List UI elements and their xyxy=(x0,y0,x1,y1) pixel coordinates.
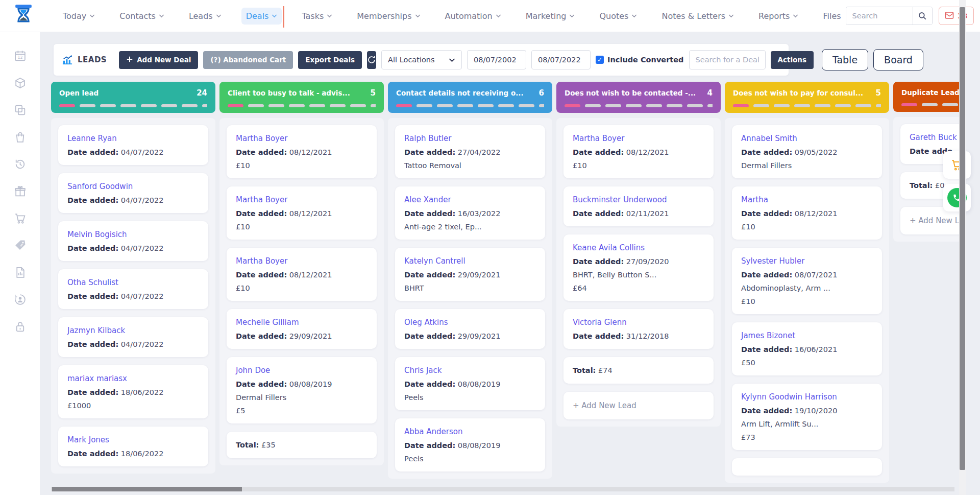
cart-icon[interactable] xyxy=(13,211,27,225)
lead-name-link[interactable]: Leanne Ryan xyxy=(67,134,199,143)
calendar-icon[interactable]: 12 xyxy=(13,49,27,62)
lead-card[interactable]: Sanford GoodwinDate added: 04/07/2022 xyxy=(58,173,208,213)
nav-item-today[interactable]: Today xyxy=(58,8,100,25)
nav-item-quotes[interactable]: Quotes xyxy=(595,8,642,25)
report-icon[interactable] xyxy=(13,266,27,279)
lock-icon[interactable] xyxy=(13,320,27,333)
lead-name-link[interactable]: Annabel Smith xyxy=(741,134,873,143)
lead-card[interactable]: Otha SchulistDate added: 04/07/2022 xyxy=(58,269,208,309)
lead-name-link[interactable]: Otha Schulist xyxy=(67,278,199,287)
user-sync-icon[interactable] xyxy=(13,293,27,306)
lead-name-link[interactable]: James Bizonet xyxy=(741,331,873,340)
export-deals-button[interactable]: Export Deals xyxy=(298,51,362,69)
column-header[interactable]: Does not wish to pay for consul...5 xyxy=(725,82,889,113)
lead-name-link[interactable]: John Doe xyxy=(236,366,368,375)
add-new-lead-button[interactable]: + Add New Lead xyxy=(564,392,714,419)
deal-search-input[interactable] xyxy=(689,50,766,69)
lead-card[interactable]: Kylynn Goodwin HarrisonDate added: 19/10… xyxy=(732,384,882,450)
lead-card[interactable]: John DoeDate added: 08/08/2019Dermal Fil… xyxy=(227,357,377,423)
lead-card[interactable]: Martha BoyerDate added: 08/12/2021£10 xyxy=(227,186,377,240)
lead-name-link[interactable]: Mark Jones xyxy=(67,435,199,444)
nav-item-leads[interactable]: Leads xyxy=(184,8,226,25)
nav-item-memberships[interactable]: Memberships xyxy=(352,8,425,25)
lead-name-link[interactable]: Martha Boyer xyxy=(236,256,368,266)
copy-icon[interactable] xyxy=(13,103,27,116)
location-select[interactable]: All Locations xyxy=(381,50,462,69)
lead-name-link[interactable]: Alee Xander xyxy=(404,195,536,204)
nav-item-notes-letters[interactable]: Notes & Letters xyxy=(657,8,739,25)
column-header[interactable]: Client too busy to talk - advis...5 xyxy=(219,82,384,113)
lead-card[interactable]: Sylvester HublerDate added: 08/07/2021Ab… xyxy=(732,248,882,314)
mail-badge-button[interactable]: 13 xyxy=(939,7,974,25)
lead-card[interactable]: Buckminster UnderwoodDate added: 02/11/2… xyxy=(564,186,714,226)
lead-card[interactable]: Keane Avila CollinsDate added: 27/09/202… xyxy=(564,234,714,301)
lead-card[interactable]: Leanne RyanDate added: 04/07/2022 xyxy=(58,125,208,165)
nav-item-marketing[interactable]: Marketing xyxy=(521,8,580,25)
lead-card[interactable]: Ralph ButlerDate added: 27/04/2022Tattoo… xyxy=(395,125,545,178)
lead-name-link[interactable]: Ralph Butler xyxy=(404,134,536,143)
lead-name-link[interactable]: Katelyn Cantrell xyxy=(404,256,536,266)
nav-item-contacts[interactable]: Contacts xyxy=(115,8,169,25)
nav-item-automation[interactable]: Automation xyxy=(440,8,506,25)
abandoned-cart-float-button[interactable] xyxy=(943,151,971,179)
lead-card[interactable]: Annabel SmithDate added: 09/05/2022Derma… xyxy=(732,125,882,178)
lead-card[interactable]: Chris JackDate added: 08/08/2019Peels xyxy=(395,357,545,410)
lead-name-link[interactable]: Kylynn Goodwin Harrison xyxy=(741,392,873,402)
lead-name-link[interactable]: Victoria Glenn xyxy=(573,318,704,327)
history-icon[interactable] xyxy=(13,157,27,171)
lead-name-link[interactable]: Gareth Buck xyxy=(910,133,962,142)
lead-card[interactable]: Mark JonesDate added: 18/06/2022 xyxy=(58,427,208,466)
actions-button[interactable]: Actions xyxy=(771,51,814,69)
lead-card[interactable]: Katelyn CantrellDate added: 29/09/2021BH… xyxy=(395,248,545,301)
lead-name-link[interactable]: Sylvester Hubler xyxy=(741,256,873,266)
global-search-input[interactable] xyxy=(846,7,913,25)
lead-card[interactable]: James BizonetDate added: 16/06/2021£50 xyxy=(732,322,882,375)
lead-card[interactable]: Martha BoyerDate added: 08/12/2021£10 xyxy=(227,125,377,178)
lead-card[interactable]: Martha BoyerDate added: 08/12/2021£10 xyxy=(227,248,377,301)
partial-card[interactable] xyxy=(732,458,882,476)
lead-name-link[interactable]: Martha Boyer xyxy=(573,134,704,143)
include-converted-checkbox[interactable]: ✓ Include Converted xyxy=(596,56,683,64)
date-from-input[interactable] xyxy=(467,50,526,69)
lead-card[interactable]: Abba AndersonDate added: 08/08/2019Peels xyxy=(395,418,545,472)
shopping-bag-icon[interactable] xyxy=(13,130,27,144)
lead-card[interactable]: mariax mariasxDate added: 18/06/2022£100… xyxy=(58,365,208,418)
lead-card[interactable]: MarthaDate added: 08/12/2021£10 xyxy=(732,186,882,240)
lead-name-link[interactable]: Melvin Bogisich xyxy=(67,230,199,239)
price-tag-icon[interactable]: $ xyxy=(13,239,27,252)
lead-card[interactable]: Martha BoyerDate added: 08/12/2021£10 xyxy=(564,125,714,178)
lead-card[interactable]: Victoria GlennDate added: 31/12/2018 xyxy=(564,309,714,349)
nav-item-tasks[interactable]: Tasks xyxy=(297,8,337,25)
lead-card[interactable]: Alee XanderDate added: 16/03/2022Anti-ag… xyxy=(395,186,545,240)
cube-icon[interactable] xyxy=(13,76,27,89)
lead-card[interactable]: Oleg AtkinsDate added: 29/09/2021 xyxy=(395,309,545,349)
lead-name-link[interactable]: Martha Boyer xyxy=(236,195,368,204)
lead-name-link[interactable]: Martha Boyer xyxy=(236,134,368,143)
horizontal-scrollbar-thumb[interactable] xyxy=(52,487,242,491)
abandoned-cart-button[interactable]: (?) Abandoned Cart xyxy=(203,51,293,69)
nav-item-reports[interactable]: Reports xyxy=(754,8,803,25)
lead-name-link[interactable]: Oleg Atkins xyxy=(404,318,536,327)
lead-name-link[interactable]: Mechelle Gilliam xyxy=(236,318,368,327)
lead-name-link[interactable]: Keane Avila Collins xyxy=(573,243,704,252)
lead-name-link[interactable]: Martha xyxy=(741,195,873,204)
refresh-button[interactable] xyxy=(367,51,376,69)
nav-item-files[interactable]: Files xyxy=(818,8,845,25)
lead-name-link[interactable]: Abba Anderson xyxy=(404,427,536,436)
add-new-deal-button[interactable]: Add New Deal xyxy=(119,51,198,69)
lead-card[interactable]: Jazmyn KilbackDate added: 04/07/2022 xyxy=(58,317,208,357)
nav-item-deals[interactable]: Deals xyxy=(241,8,282,25)
lead-card[interactable]: Mechelle GilliamDate added: 29/09/2021 xyxy=(227,309,377,349)
lead-name-link[interactable]: mariax mariasx xyxy=(67,374,199,383)
column-header[interactable]: Does not wish to be contacted -...4 xyxy=(556,82,721,113)
column-header[interactable]: Duplicate Lead xyxy=(893,82,962,112)
lead-name-link[interactable]: Sanford Goodwin xyxy=(67,182,199,191)
lead-name-link[interactable]: Chris Jack xyxy=(404,366,536,375)
board-view-button[interactable]: Board xyxy=(873,49,923,70)
search-icon[interactable] xyxy=(913,7,932,25)
table-view-button[interactable]: Table xyxy=(822,49,868,70)
vertical-scrollbar-thumb[interactable] xyxy=(960,7,965,470)
gift-icon[interactable] xyxy=(13,184,27,198)
lead-name-link[interactable]: Buckminster Underwood xyxy=(573,195,704,204)
app-logo[interactable] xyxy=(13,3,34,29)
